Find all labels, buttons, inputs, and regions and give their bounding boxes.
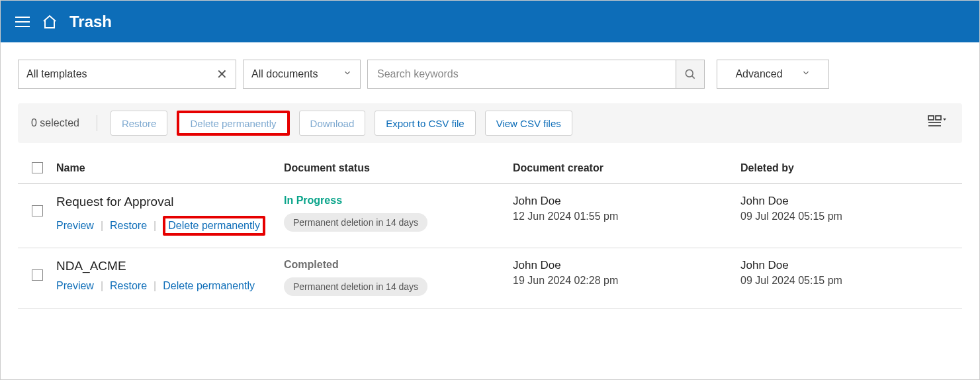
search-input[interactable]: [367, 60, 676, 89]
column-name: Name: [56, 162, 284, 174]
restore-button[interactable]: Restore: [111, 111, 168, 136]
separator: |: [101, 280, 103, 292]
divider: [97, 115, 97, 131]
svg-rect-3: [936, 116, 941, 120]
advanced-button[interactable]: Advanced: [717, 60, 829, 89]
search-group: [367, 60, 705, 89]
documents-filter[interactable]: All documents: [243, 60, 361, 89]
filter-row: All templates ✕ All documents Advanced: [18, 60, 962, 89]
chevron-down-icon: [343, 68, 352, 80]
svg-rect-2: [928, 116, 934, 120]
column-status: Document status: [284, 162, 513, 174]
documents-table: Name Document status Document creator De…: [18, 152, 962, 309]
restore-link[interactable]: Restore: [110, 280, 147, 292]
search-button[interactable]: [676, 60, 705, 89]
table-row: Request for ApprovalPreview|Restore|Dele…: [18, 184, 962, 248]
advanced-label: Advanced: [735, 68, 782, 80]
deleted-by-name: John Doe: [740, 259, 962, 272]
documents-filter-label: All documents: [251, 68, 318, 80]
select-all-checkbox[interactable]: [32, 162, 43, 173]
column-creator: Document creator: [513, 162, 740, 174]
deleted-by-date: 09 Jul 2024 05:15 pm: [740, 275, 962, 287]
status-label: In Progress: [284, 195, 513, 207]
delete-permanently-button[interactable]: Delete permanently: [177, 111, 289, 136]
svg-point-0: [686, 70, 693, 77]
export-csv-button[interactable]: Export to CSV file: [375, 111, 475, 136]
menu-icon[interactable]: [15, 17, 30, 27]
separator: |: [154, 220, 156, 232]
download-button[interactable]: Download: [299, 111, 366, 136]
templates-filter-label: All templates: [26, 68, 87, 80]
column-deleted-by: Deleted by: [740, 162, 962, 174]
table-header: Name Document status Document creator De…: [18, 152, 962, 184]
page-title: Trash: [69, 13, 112, 31]
clear-icon[interactable]: ✕: [216, 66, 228, 82]
status-label: Completed: [284, 259, 513, 271]
creator-date: 12 Jun 2024 01:55 pm: [513, 211, 740, 222]
delete-permanently-link[interactable]: Delete permanently: [163, 280, 255, 292]
deleted-by-date: 09 Jul 2024 05:15 pm: [740, 211, 962, 222]
row-checkbox[interactable]: [32, 205, 43, 216]
restore-link[interactable]: Restore: [110, 220, 147, 232]
templates-filter[interactable]: All templates ✕: [18, 60, 236, 89]
row-checkbox[interactable]: [32, 269, 43, 281]
creator-date: 19 Jun 2024 02:28 pm: [513, 275, 740, 287]
document-name: NDA_ACME: [56, 259, 284, 273]
top-bar: Trash: [1, 1, 979, 42]
svg-line-1: [692, 76, 695, 79]
view-csv-button[interactable]: View CSV files: [485, 111, 572, 136]
separator: |: [101, 220, 103, 232]
preview-link[interactable]: Preview: [56, 220, 94, 232]
creator-name: John Doe: [513, 195, 740, 208]
selected-count: 0 selected: [31, 117, 79, 129]
chevron-down-icon: [801, 68, 811, 80]
deletion-note-badge: Permanent deletion in 14 days: [284, 277, 427, 296]
row-actions: Preview|Restore|Delete permanently: [56, 280, 284, 292]
deletion-note-badge: Permanent deletion in 14 days: [284, 213, 427, 232]
table-row: NDA_ACMEPreview|Restore|Delete permanent…: [18, 248, 962, 309]
home-icon[interactable]: [42, 14, 58, 30]
view-toggle-icon[interactable]: [925, 112, 949, 134]
deleted-by-name: John Doe: [740, 195, 962, 208]
action-toolbar: 0 selected Restore Delete permanently Do…: [18, 103, 962, 143]
creator-name: John Doe: [513, 259, 740, 272]
separator: |: [154, 280, 156, 292]
search-icon: [684, 68, 697, 81]
document-name: Request for Approval: [56, 195, 284, 209]
delete-permanently-link[interactable]: Delete permanently: [163, 216, 265, 236]
preview-link[interactable]: Preview: [56, 280, 94, 292]
row-actions: Preview|Restore|Delete permanently: [56, 216, 284, 236]
